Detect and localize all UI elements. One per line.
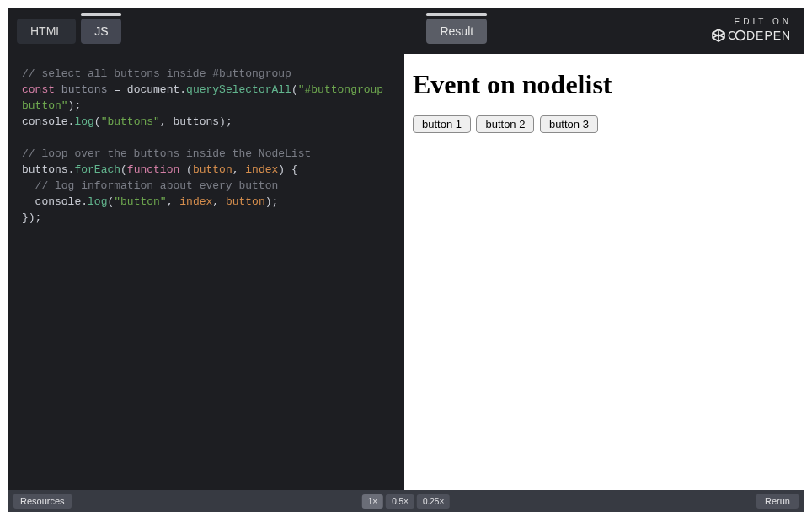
- code-var: buttons: [61, 83, 108, 96]
- zoom-025x[interactable]: 0.25×: [417, 494, 450, 509]
- topbar: HTML JS Result EDIT ON C DEPEN: [8, 8, 804, 54]
- result-button-1[interactable]: button 1: [413, 115, 471, 133]
- tab-html[interactable]: HTML: [17, 19, 76, 44]
- zoom-05x[interactable]: 0.5×: [386, 494, 414, 509]
- result-heading: Event on nodelist: [413, 69, 795, 100]
- svg-text:DEPEN: DEPEN: [746, 29, 791, 42]
- code-keyword: const: [22, 83, 55, 96]
- svg-point-4: [736, 31, 745, 40]
- tab-result[interactable]: Result: [426, 19, 487, 44]
- resources-button[interactable]: Resources: [13, 494, 72, 509]
- result-button-2[interactable]: button 2: [476, 115, 534, 133]
- bottombar: Resources 1× 0.5× 0.25× Rerun: [8, 490, 804, 512]
- codepen-logo: C DEPEN: [711, 28, 792, 46]
- tab-js[interactable]: JS: [81, 19, 121, 44]
- code-comment: // select all buttons inside #buttongrou…: [22, 67, 291, 80]
- code-arg: button: [193, 163, 232, 176]
- rerun-button[interactable]: Rerun: [756, 494, 799, 509]
- main-panels: // select all buttons inside #buttongrou…: [8, 54, 804, 490]
- edit-on-codepen[interactable]: EDIT ON C DEPEN: [711, 17, 792, 46]
- code-fn: querySelectorAll: [186, 83, 291, 96]
- edit-on-label: EDIT ON: [711, 17, 792, 26]
- button-group: button 1 button 2 button 3: [413, 115, 795, 133]
- zoom-1x[interactable]: 1×: [362, 494, 383, 509]
- result-pane: Event on nodelist button 1 button 2 butt…: [404, 54, 804, 490]
- code-editor[interactable]: // select all buttons inside #buttongrou…: [8, 54, 404, 490]
- result-button-3[interactable]: button 3: [540, 115, 598, 133]
- zoom-group: 1× 0.5× 0.25×: [362, 494, 450, 509]
